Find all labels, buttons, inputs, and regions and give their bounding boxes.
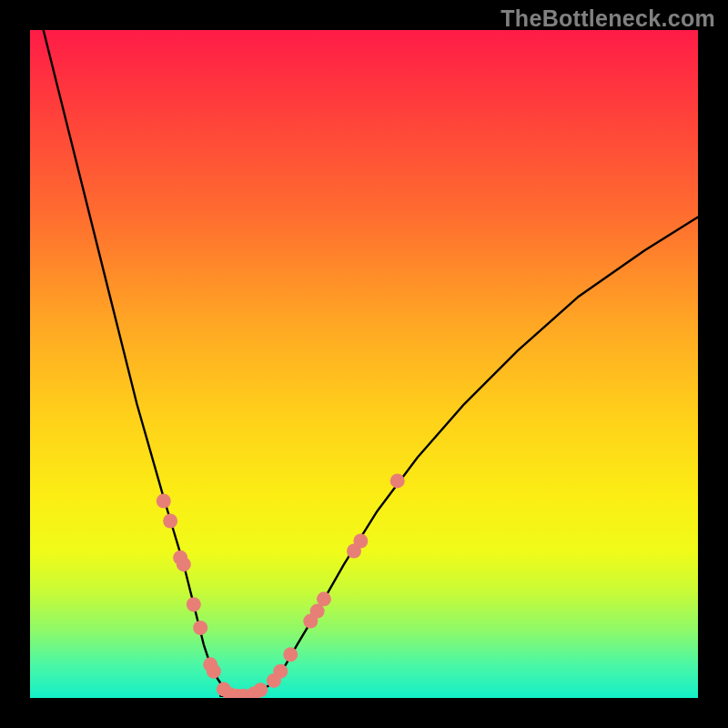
data-point (187, 597, 201, 612)
data-point (177, 557, 191, 571)
data-point (163, 513, 177, 528)
chart-frame: TheBottleneck.com (0, 0, 728, 728)
bottleneck-curve (44, 30, 698, 696)
data-point (193, 621, 207, 635)
plot-area (30, 30, 698, 698)
data-point (353, 534, 368, 549)
watermark-text: TheBottleneck.com (500, 5, 715, 32)
data-point (273, 664, 288, 679)
data-point (283, 647, 298, 662)
data-point-markers (157, 473, 405, 698)
chart-svg (30, 30, 698, 698)
data-point (317, 592, 331, 606)
data-point (253, 682, 268, 697)
data-point (157, 493, 171, 508)
data-point (390, 473, 405, 488)
data-point (207, 664, 221, 679)
